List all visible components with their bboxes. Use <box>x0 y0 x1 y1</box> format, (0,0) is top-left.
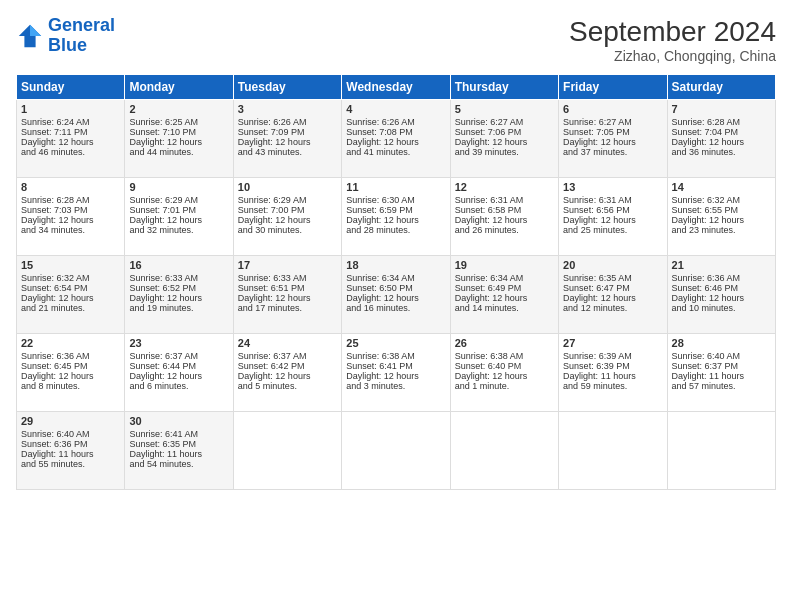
day-info-line: Daylight: 12 hours <box>563 293 662 303</box>
day-info-line: Sunset: 7:09 PM <box>238 127 337 137</box>
day-info-line: and 55 minutes. <box>21 459 120 469</box>
day-info-line: Daylight: 12 hours <box>455 215 554 225</box>
day-info-line: Sunrise: 6:33 AM <box>129 273 228 283</box>
day-info-line: Sunset: 6:58 PM <box>455 205 554 215</box>
day-info-line: Sunset: 7:08 PM <box>346 127 445 137</box>
day-number: 2 <box>129 103 228 115</box>
day-number: 11 <box>346 181 445 193</box>
day-info-line: Sunset: 6:40 PM <box>455 361 554 371</box>
week-row-2: 8Sunrise: 6:28 AMSunset: 7:03 PMDaylight… <box>17 178 776 256</box>
title-block: September 2024 Zizhao, Chongqing, China <box>569 16 776 64</box>
day-cell: 6Sunrise: 6:27 AMSunset: 7:05 PMDaylight… <box>559 100 667 178</box>
day-info-line: Sunset: 6:39 PM <box>563 361 662 371</box>
day-info-line: Sunrise: 6:40 AM <box>672 351 771 361</box>
day-info-line: Sunrise: 6:32 AM <box>672 195 771 205</box>
day-info-line: and 8 minutes. <box>21 381 120 391</box>
day-info-line: Sunrise: 6:37 AM <box>238 351 337 361</box>
day-cell: 14Sunrise: 6:32 AMSunset: 6:55 PMDayligh… <box>667 178 775 256</box>
day-info-line: Sunset: 6:50 PM <box>346 283 445 293</box>
week-row-4: 22Sunrise: 6:36 AMSunset: 6:45 PMDayligh… <box>17 334 776 412</box>
day-info-line: Sunset: 6:35 PM <box>129 439 228 449</box>
day-number: 19 <box>455 259 554 271</box>
day-cell: 3Sunrise: 6:26 AMSunset: 7:09 PMDaylight… <box>233 100 341 178</box>
day-info-line: Sunset: 6:37 PM <box>672 361 771 371</box>
day-cell <box>342 412 450 490</box>
day-info-line: and 36 minutes. <box>672 147 771 157</box>
day-number: 10 <box>238 181 337 193</box>
day-number: 5 <box>455 103 554 115</box>
day-info-line: and 19 minutes. <box>129 303 228 313</box>
day-info-line: Sunset: 7:10 PM <box>129 127 228 137</box>
day-cell: 23Sunrise: 6:37 AMSunset: 6:44 PMDayligh… <box>125 334 233 412</box>
day-info-line: Sunset: 6:55 PM <box>672 205 771 215</box>
day-number: 23 <box>129 337 228 349</box>
header-row: SundayMondayTuesdayWednesdayThursdayFrid… <box>17 75 776 100</box>
header-cell-sunday: Sunday <box>17 75 125 100</box>
day-number: 6 <box>563 103 662 115</box>
day-info-line: Sunrise: 6:26 AM <box>346 117 445 127</box>
day-info-line: Sunrise: 6:37 AM <box>129 351 228 361</box>
header-cell-monday: Monday <box>125 75 233 100</box>
day-info-line: Sunrise: 6:38 AM <box>455 351 554 361</box>
day-info-line: Sunrise: 6:38 AM <box>346 351 445 361</box>
day-info-line: Sunset: 6:47 PM <box>563 283 662 293</box>
day-cell: 28Sunrise: 6:40 AMSunset: 6:37 PMDayligh… <box>667 334 775 412</box>
day-info-line: Sunset: 7:04 PM <box>672 127 771 137</box>
day-info-line: Sunset: 6:45 PM <box>21 361 120 371</box>
day-info-line: Daylight: 12 hours <box>129 215 228 225</box>
day-info-line: and 34 minutes. <box>21 225 120 235</box>
day-info-line: Daylight: 12 hours <box>21 293 120 303</box>
day-info-line: Sunset: 7:01 PM <box>129 205 228 215</box>
day-info-line: Daylight: 12 hours <box>21 215 120 225</box>
day-cell: 8Sunrise: 6:28 AMSunset: 7:03 PMDaylight… <box>17 178 125 256</box>
day-info-line: and 30 minutes. <box>238 225 337 235</box>
day-info-line: Daylight: 12 hours <box>238 215 337 225</box>
day-cell: 10Sunrise: 6:29 AMSunset: 7:00 PMDayligh… <box>233 178 341 256</box>
day-info-line: and 23 minutes. <box>672 225 771 235</box>
header-cell-thursday: Thursday <box>450 75 558 100</box>
day-number: 8 <box>21 181 120 193</box>
day-info-line: Sunrise: 6:35 AM <box>563 273 662 283</box>
day-number: 29 <box>21 415 120 427</box>
day-info-line: and 57 minutes. <box>672 381 771 391</box>
day-info-line: and 1 minute. <box>455 381 554 391</box>
calendar-header: SundayMondayTuesdayWednesdayThursdayFrid… <box>17 75 776 100</box>
day-info-line: and 12 minutes. <box>563 303 662 313</box>
day-cell: 24Sunrise: 6:37 AMSunset: 6:42 PMDayligh… <box>233 334 341 412</box>
day-info-line: Sunrise: 6:27 AM <box>563 117 662 127</box>
day-number: 30 <box>129 415 228 427</box>
day-info-line: Sunset: 6:42 PM <box>238 361 337 371</box>
day-info-line: Daylight: 12 hours <box>238 293 337 303</box>
header-cell-wednesday: Wednesday <box>342 75 450 100</box>
day-cell: 27Sunrise: 6:39 AMSunset: 6:39 PMDayligh… <box>559 334 667 412</box>
day-info-line: Daylight: 12 hours <box>238 371 337 381</box>
day-number: 1 <box>21 103 120 115</box>
day-number: 20 <box>563 259 662 271</box>
day-info-line: Sunrise: 6:41 AM <box>129 429 228 439</box>
day-info-line: Sunset: 7:11 PM <box>21 127 120 137</box>
day-info-line: Sunrise: 6:29 AM <box>238 195 337 205</box>
logo-line1: General <box>48 15 115 35</box>
day-cell: 22Sunrise: 6:36 AMSunset: 6:45 PMDayligh… <box>17 334 125 412</box>
day-cell: 18Sunrise: 6:34 AMSunset: 6:50 PMDayligh… <box>342 256 450 334</box>
day-info-line: Sunset: 6:49 PM <box>455 283 554 293</box>
day-number: 7 <box>672 103 771 115</box>
day-info-line: Sunrise: 6:36 AM <box>672 273 771 283</box>
day-info-line: Sunset: 6:59 PM <box>346 205 445 215</box>
day-number: 13 <box>563 181 662 193</box>
day-info-line: Sunrise: 6:24 AM <box>21 117 120 127</box>
day-info-line: Sunrise: 6:28 AM <box>21 195 120 205</box>
day-info-line: and 37 minutes. <box>563 147 662 157</box>
day-info-line: Sunrise: 6:25 AM <box>129 117 228 127</box>
day-info-line: and 39 minutes. <box>455 147 554 157</box>
day-info-line: Sunset: 6:41 PM <box>346 361 445 371</box>
day-cell <box>559 412 667 490</box>
day-info-line: and 59 minutes. <box>563 381 662 391</box>
day-cell: 4Sunrise: 6:26 AMSunset: 7:08 PMDaylight… <box>342 100 450 178</box>
day-info-line: and 43 minutes. <box>238 147 337 157</box>
day-info-line: Daylight: 12 hours <box>346 137 445 147</box>
day-number: 26 <box>455 337 554 349</box>
week-row-3: 15Sunrise: 6:32 AMSunset: 6:54 PMDayligh… <box>17 256 776 334</box>
day-info-line: Sunrise: 6:34 AM <box>346 273 445 283</box>
day-info-line: and 41 minutes. <box>346 147 445 157</box>
